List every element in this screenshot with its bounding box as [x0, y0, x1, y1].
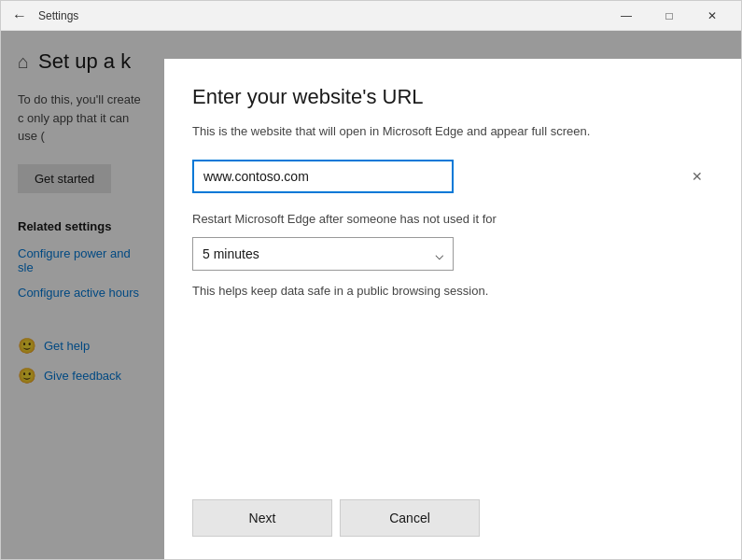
- dialog-description: This is the website that will open in Mi…: [192, 122, 713, 141]
- back-icon: ←: [12, 7, 27, 24]
- dialog-title: Enter your website's URL: [192, 85, 713, 109]
- minimize-button[interactable]: —: [605, 1, 648, 31]
- restart-label: Restart Microsoft Edge after someone has…: [192, 212, 713, 226]
- url-input-container: ✕: [192, 160, 713, 193]
- back-button[interactable]: ←: [8, 5, 31, 27]
- maximize-button[interactable]: □: [648, 1, 691, 31]
- window-title: Settings: [38, 9, 605, 22]
- dropdown-container: 1 minute2 minutes5 minutes10 minutes15 m…: [192, 237, 454, 271]
- cancel-button[interactable]: Cancel: [340, 499, 480, 537]
- dialog-footer: Next Cancel: [192, 499, 713, 537]
- restart-dropdown[interactable]: 1 minute2 minutes5 minutes10 minutes15 m…: [192, 237, 454, 271]
- content-area: ⌂ Set up a k To do this, you'll create c…: [1, 31, 741, 559]
- next-button[interactable]: Next: [192, 499, 332, 537]
- url-clear-button[interactable]: ✕: [687, 166, 707, 187]
- close-button[interactable]: ✕: [691, 1, 734, 31]
- help-text: This helps keep data safe in a public br…: [192, 284, 713, 298]
- dialog: Enter your website's URL This is the web…: [164, 59, 741, 559]
- window-controls: — □ ✕: [605, 1, 734, 31]
- title-bar: ← Settings — □ ✕: [1, 1, 741, 31]
- url-input[interactable]: [192, 160, 454, 193]
